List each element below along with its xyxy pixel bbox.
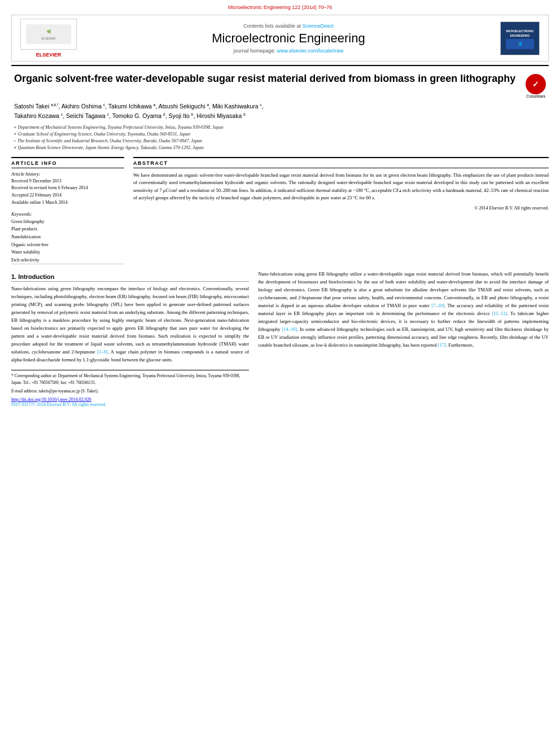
abstract-text: We have demonstrated an organic solvent-…	[133, 172, 549, 202]
authors-section: Satoshi Takei a,b,*, Akihiro Oshima c, T…	[14, 102, 546, 121]
affiliation-a: a Department of Mechanical Systems Engin…	[14, 124, 546, 131]
introduction-right-text: Nano-fabrications using green EB lithogr…	[258, 270, 549, 349]
abstract-column: ABSTRACT We have demonstrated an organic…	[133, 157, 549, 265]
affiliation-b: b Graduate School of Engineering Science…	[14, 131, 546, 138]
elsevier-logo-image: 🌿 ELSEVIER	[20, 19, 77, 50]
journal-title: Microelectronic Engineering	[85, 31, 492, 46]
article-title: Organic solvent-free water-developable s…	[14, 72, 520, 86]
crossmark-icon: ✓ CrossMark	[526, 74, 546, 98]
keyword-2: Plant products	[11, 225, 124, 233]
svg-rect-0	[26, 24, 71, 44]
journal-homepage: journal homepage: www.elsevier.com/locat…	[85, 48, 492, 54]
article-info-column: ARTICLE INFO Article history: Received 9…	[11, 157, 124, 265]
crossmark-badge: ✓	[526, 74, 546, 94]
main-right-column: Nano-fabrications using green EB lithogr…	[258, 270, 549, 407]
history-label: Article history:	[11, 171, 124, 177]
revised-date: Received in revised form 6 February 2014	[11, 185, 124, 192]
introduction-left-text: Nano-fabrications using green lithograph…	[11, 285, 249, 364]
svg-text:📘: 📘	[518, 41, 523, 46]
svg-text:MICROELECTRONIC: MICROELECTRONIC	[506, 29, 534, 33]
abstract-heading: ABSTRACT	[133, 160, 549, 168]
footnote-section: * Corresponding author at: Department of…	[11, 370, 249, 395]
email-note: E-mail address: takeis@pu-toyama.ac.jp (…	[11, 388, 249, 395]
copyright-line: © 2014 Elsevier B.V. All rights reserved…	[133, 206, 549, 211]
article-title-section: Organic solvent-free water-developable s…	[14, 72, 546, 98]
journal-banner: 🌿 ELSEVIER ELSEVIER Contents lists avail…	[11, 15, 549, 62]
doi-link[interactable]: http://dx.doi.org/10.1016/j.mee.2014.02.…	[11, 397, 91, 402]
issn-text: 0167-9317/© 2014 Elsevier B.V. All right…	[11, 402, 249, 407]
accepted-date: Accepted 22 February 2014	[11, 192, 124, 199]
journal-ref-text: Microelectronic Engineering 122 (2014) 7…	[228, 5, 333, 10]
introduction-heading: 1. Introduction	[11, 273, 249, 282]
elsevier-logo: 🌿 ELSEVIER ELSEVIER	[18, 19, 80, 58]
article-history: Article history: Received 9 December 201…	[11, 171, 124, 207]
svg-text:🌿: 🌿	[47, 29, 51, 34]
available-date: Available online 1 March 2014	[11, 199, 124, 207]
keyword-6: Etch selectivity	[11, 256, 124, 264]
keywords-section: Keywords: Green lithography Plant produc…	[11, 211, 124, 264]
keyword-5: Water solubility	[11, 248, 124, 256]
svg-text:✓: ✓	[532, 80, 539, 89]
sciencedirect-link[interactable]: ScienceDirect	[303, 23, 334, 29]
keyword-1: Green lithography	[11, 218, 124, 226]
homepage-link[interactable]: www.elsevier.com/locate/mee	[277, 48, 344, 54]
elsevier-brand-text: ELSEVIER	[36, 52, 62, 58]
svg-text:ENGINEERING: ENGINEERING	[510, 34, 530, 37]
sciencedirect-label: Contents lists available at ScienceDirec…	[85, 23, 492, 29]
article-info-abstract-section: ARTICLE INFO Article history: Received 9…	[11, 157, 549, 265]
journal-logo-box-container: MICROELECTRONIC ENGINEERING 📘	[497, 21, 542, 55]
article-info-heading: ARTICLE INFO	[11, 160, 124, 168]
journal-logo-box: MICROELECTRONIC ENGINEERING 📘	[500, 21, 540, 55]
corresponding-author-note: * Corresponding author at: Department of…	[11, 373, 249, 386]
journal-reference: Microelectronic Engineering 122 (2014) 7…	[0, 0, 560, 12]
main-left-column: 1. Introduction Nano-fabrications using …	[11, 270, 249, 407]
keyword-3: Nanofabrication	[11, 233, 124, 241]
footer-links: http://dx.doi.org/10.1016/j.mee.2014.02.…	[11, 397, 249, 407]
keywords-label: Keywords:	[11, 211, 124, 217]
crossmark-label: CrossMark	[526, 94, 546, 98]
top-separator	[11, 65, 549, 66]
svg-text:ELSEVIER: ELSEVIER	[42, 37, 56, 40]
affiliation-c: c The Institute of Scientific and Indust…	[14, 138, 546, 145]
received-date: Received 9 December 2013	[11, 178, 124, 185]
main-content-section: 1. Introduction Nano-fabrications using …	[11, 270, 549, 407]
keyword-4: Organic solvent-free	[11, 241, 124, 249]
journal-banner-center: Contents lists available at ScienceDirec…	[85, 23, 492, 54]
affiliation-d: d Quantum Beam Science Directorate, Japa…	[14, 145, 546, 151]
affiliations-section: a Department of Mechanical Systems Engin…	[14, 124, 546, 151]
